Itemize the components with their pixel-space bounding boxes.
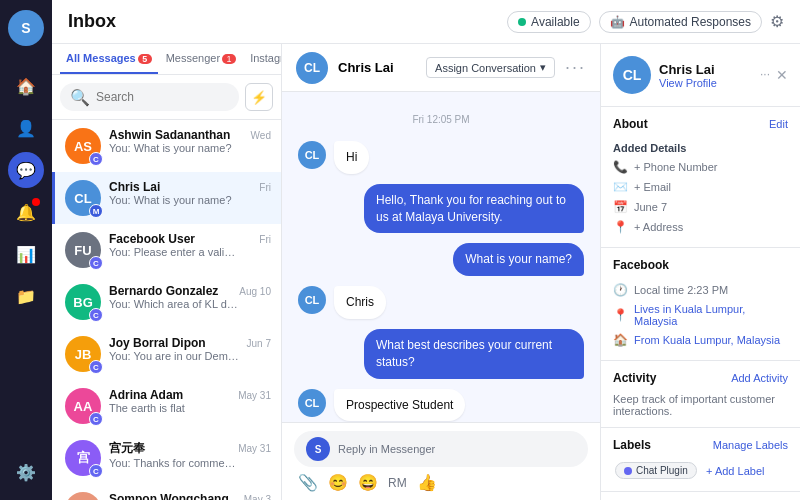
email-label: + Email bbox=[634, 181, 671, 193]
conversation-item[interactable]: CL M Chris Lai Fri You: What is your nam… bbox=[52, 172, 281, 224]
sidebar-home[interactable]: 🏠 bbox=[8, 68, 44, 104]
reply-input-row[interactable]: S Reply in Messenger bbox=[294, 431, 588, 467]
suggested-labels-section: Suggested Labels New Customer Important … bbox=[601, 492, 800, 500]
conv-name: Adrina Adam bbox=[109, 388, 183, 402]
reply-sender-avatar: S bbox=[306, 437, 330, 461]
add-label-button[interactable]: + Add Label bbox=[702, 463, 768, 479]
facebook-title: Facebook bbox=[613, 258, 669, 272]
attach-icon[interactable]: 📎 bbox=[298, 473, 318, 492]
conv-time: Aug 10 bbox=[239, 286, 271, 297]
sidebar-notifications[interactable]: 🔔 bbox=[8, 194, 44, 230]
conv-info: Chris Lai Fri You: What is your name? bbox=[109, 180, 271, 216]
conv-preview: You: Thanks for commenting, pleas... bbox=[109, 457, 239, 469]
from-icon: 🏠 bbox=[613, 333, 628, 347]
conv-time: Fri bbox=[259, 182, 271, 193]
labels-section-header: Labels Manage Labels bbox=[613, 438, 788, 452]
channel-badge: M bbox=[89, 204, 103, 218]
phone-label: + Phone Number bbox=[634, 161, 717, 173]
conversation-item[interactable]: AA C Adrina Adam May 31 The earth is fla… bbox=[52, 380, 281, 432]
channel-badge: C bbox=[89, 256, 103, 270]
profile-header: CL Chris Lai View Profile ··· ✕ bbox=[601, 44, 800, 107]
tab-instagram-direct[interactable]: Instagram Direct bbox=[244, 44, 281, 74]
conv-preview: You: Please enter a valid phone... bbox=[109, 246, 239, 258]
settings-icon[interactable]: ⚙ bbox=[770, 12, 784, 31]
chat-options-icon[interactable]: ··· bbox=[565, 57, 586, 78]
location-icon: 📍 bbox=[613, 220, 628, 234]
from-label: From Kuala Lumpur, Malaysia bbox=[634, 334, 780, 346]
sidebar-analytics[interactable]: 📊 bbox=[8, 236, 44, 272]
assign-conversation-button[interactable]: Assign Conversation ▾ bbox=[426, 57, 555, 78]
emoji2-icon[interactable]: 😄 bbox=[358, 473, 378, 492]
sidebar-avatar[interactable]: S bbox=[8, 10, 44, 46]
auto-response-icon: 🤖 bbox=[610, 15, 625, 29]
phone-number-row: 📞 + Phone Number bbox=[613, 157, 788, 177]
chat-plugin-label-text: Chat Plugin bbox=[636, 465, 688, 476]
add-activity-button[interactable]: Add Activity bbox=[731, 372, 788, 384]
activity-title: Activity bbox=[613, 371, 656, 385]
edit-button[interactable]: Edit bbox=[769, 118, 788, 130]
email-row: ✉️ + Email bbox=[613, 177, 788, 197]
search-input[interactable] bbox=[96, 90, 229, 104]
conv-preview: You: Which area of KL do you live in? bbox=[109, 298, 239, 310]
conversation-item[interactable]: BG C Bernardo Gonzalez Aug 10 You: Which… bbox=[52, 276, 281, 328]
reply-input[interactable]: Reply in Messenger bbox=[338, 443, 576, 455]
audio-icon[interactable]: RM bbox=[388, 476, 407, 490]
conv-time: Wed bbox=[251, 130, 271, 141]
conv-time: May 3 bbox=[244, 494, 271, 500]
labels-list: Chat Plugin + Add Label bbox=[613, 460, 788, 481]
about-title: About bbox=[613, 117, 648, 131]
manage-labels-button[interactable]: Manage Labels bbox=[713, 439, 788, 451]
tab-all-messages[interactable]: All Messages5 bbox=[60, 44, 158, 74]
page-title: Inbox bbox=[68, 11, 495, 32]
status-badge[interactable]: Available bbox=[507, 11, 590, 33]
conv-header: Chris Lai Fri bbox=[109, 180, 271, 194]
auto-response-button[interactable]: 🤖 Automated Responses bbox=[599, 11, 762, 33]
conversation-item[interactable]: AS C Ashwin Sadananthan Wed You: What is… bbox=[52, 120, 281, 172]
conv-preview: You: What is your name? bbox=[109, 194, 239, 206]
filter-button[interactable]: ⚡ bbox=[245, 83, 273, 111]
reply-tools: 📎 😊 😄 RM 👍 bbox=[294, 467, 588, 492]
sidebar-inbox[interactable]: 💬 bbox=[8, 152, 44, 188]
chevron-down-icon: ▾ bbox=[540, 61, 546, 74]
conv-avatar: JB C bbox=[65, 336, 101, 372]
auto-response-label: Automated Responses bbox=[630, 15, 751, 29]
message-bubble: Hello, Thank you for reaching out to us … bbox=[364, 184, 584, 234]
conversation-item[interactable]: JB C Joy Borral Dipon Jun 7 You: You are… bbox=[52, 328, 281, 380]
chat-contact-name: Chris Lai bbox=[338, 60, 416, 75]
tab-messenger[interactable]: Messenger1 bbox=[160, 44, 242, 74]
sidebar-campaigns[interactable]: 📁 bbox=[8, 278, 44, 314]
channel-badge: C bbox=[89, 152, 103, 166]
conv-info: 宫元奉 May 31 You: Thanks for commenting, p… bbox=[109, 440, 271, 476]
profile-options-icon[interactable]: ··· bbox=[760, 67, 770, 83]
email-icon: ✉️ bbox=[613, 180, 628, 194]
message-avatar: CL bbox=[298, 286, 326, 314]
conversation-item[interactable]: SW C Sompon Wongchang May 3 You: Please … bbox=[52, 484, 281, 500]
all-messages-badge: 5 bbox=[138, 54, 152, 64]
about-section-header: About Edit bbox=[613, 117, 788, 131]
search-input-wrap: 🔍 bbox=[60, 83, 239, 111]
lives-in-row: 📍 Lives in Kuala Lumpur, Malaysia bbox=[613, 300, 788, 330]
view-profile-link[interactable]: View Profile bbox=[659, 77, 717, 89]
conv-avatar: CL M bbox=[65, 180, 101, 216]
conversation-item[interactable]: 宫 C 宫元奉 May 31 You: Thanks for commentin… bbox=[52, 432, 281, 484]
message-avatar: CL bbox=[298, 389, 326, 417]
conv-preview: The earth is flat bbox=[109, 402, 239, 414]
close-profile-icon[interactable]: ✕ bbox=[776, 67, 788, 83]
sidebar-settings[interactable]: ⚙️ bbox=[8, 454, 44, 490]
profile-panel: CL Chris Lai View Profile ··· ✕ About Ed… bbox=[600, 44, 800, 500]
from-row: 🏠 From Kuala Lumpur, Malaysia bbox=[613, 330, 788, 350]
sidebar-contacts[interactable]: 👤 bbox=[8, 110, 44, 146]
like-icon[interactable]: 👍 bbox=[417, 473, 437, 492]
emoji-icon[interactable]: 😊 bbox=[328, 473, 348, 492]
channel-badge: C bbox=[89, 464, 103, 478]
sidebar: S 🏠 👤 💬 🔔 📊 📁 ⚙️ bbox=[0, 0, 52, 500]
address-row: 📍 + Address bbox=[613, 217, 788, 237]
about-section: About Edit Added Details 📞 + Phone Numbe… bbox=[601, 107, 800, 248]
conv-info: Bernardo Gonzalez Aug 10 You: Which area… bbox=[109, 284, 271, 320]
chat-contact-avatar: CL bbox=[296, 52, 328, 84]
conversation-item[interactable]: FU C Facebook User Fri You: Please enter… bbox=[52, 224, 281, 276]
conv-name: Sompon Wongchang bbox=[109, 492, 229, 500]
message-bubble: What best describes your current status? bbox=[364, 329, 584, 379]
reply-bar: S Reply in Messenger 📎 😊 😄 RM 👍 bbox=[282, 422, 600, 500]
conv-info: Ashwin Sadananthan Wed You: What is your… bbox=[109, 128, 271, 164]
